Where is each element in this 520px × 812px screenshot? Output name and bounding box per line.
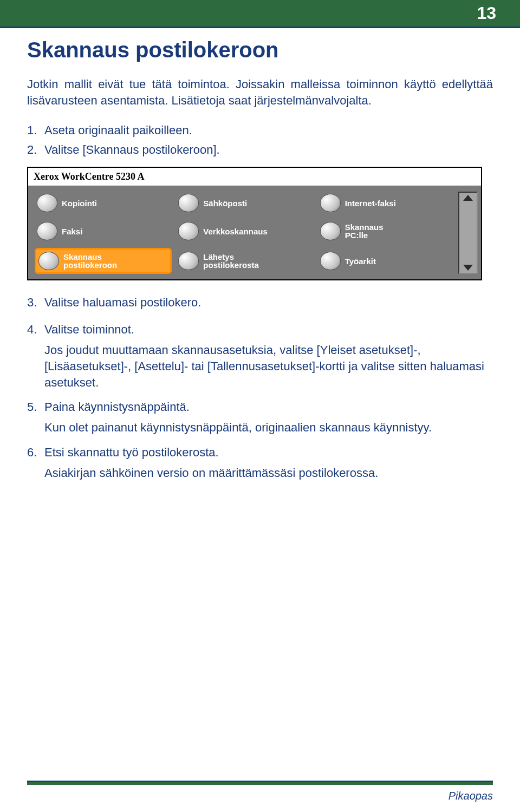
scrollbar[interactable] [458,192,478,274]
step-text: Paina käynnistysnäppäintä. [44,400,493,414]
service-label: Internet-faksi [345,199,396,208]
scroll-up-icon[interactable] [463,195,473,201]
service-kopiointi[interactable]: Kopiointi [35,192,172,214]
step-5: 5. Paina käynnistysnäppäintä. [27,400,493,414]
step-1: 1. Aseta originaalit paikoilleen. [27,123,493,137]
step-5-note: Kun olet painanut käynnistysnäppäintä, o… [44,420,493,436]
page-title: Skannaus postilokeroon [27,38,493,62]
step-text: Etsi skannattu työ postilokerosta. [44,446,493,460]
service-label: Skannauspostilokeroon [63,253,117,270]
service-label: Lähetyspostilokerosta [203,253,259,270]
step-text: Valitse haluamasi postilokero. [44,296,493,310]
service-skannaus-pclle[interactable]: SkannausPC:lle [318,220,455,243]
step-4: 4. Valitse toiminnot. [27,323,493,337]
copy-icon [37,194,57,212]
window-title: Xerox WorkCentre 5230 A [28,168,481,186]
step-text: Aseta originaalit paikoilleen. [44,123,493,137]
page-content: Skannaus postilokeroon Jotkin mallit eiv… [0,28,520,481]
service-faksi[interactable]: Faksi [35,220,172,243]
step-number: 4. [27,323,44,337]
email-icon [178,194,199,212]
step-6: 6. Etsi skannattu työ postilokerosta. [27,446,493,460]
service-label: Työarkit [345,257,376,266]
internet-fax-icon [320,194,341,212]
service-label: Verkkoskannaus [203,227,267,236]
step-3: 3. Valitse haluamasi postilokero. [27,296,493,310]
footer-label: Pikaopas [448,790,493,802]
service-label: Faksi [62,227,82,236]
service-skannaus-postilokeroon[interactable]: Skannauspostilokeroon [35,248,172,274]
step-text: Valitse toiminnot. [44,323,493,337]
service-label: SkannausPC:lle [345,223,384,240]
service-tyoarkit[interactable]: Työarkit [318,248,455,274]
scan-pc-icon [320,222,341,240]
service-label: Sähköposti [203,199,247,208]
step-4-note: Jos joudut muuttamaan skannausasetuksia,… [44,342,493,390]
service-grid-panel: Kopiointi Sähköposti Internet-faksi Faks… [28,186,481,279]
jobsheets-icon [320,252,341,270]
service-grid: Kopiointi Sähköposti Internet-faksi Faks… [35,192,458,274]
fax-icon [37,222,57,240]
step-2: 2. Valitse [Skannaus postilokeroon]. [27,143,493,157]
page-number: 13 [477,3,496,23]
intro-paragraph: Jotkin mallit eivät tue tätä toimintoa. … [27,76,493,108]
service-lahetys-postilokerosta[interactable]: Lähetyspostilokerosta [176,248,313,274]
device-screenshot: Xerox WorkCentre 5230 A Kopiointi Sähköp… [27,167,482,280]
service-verkkoskannaus[interactable]: Verkkoskannaus [176,220,313,243]
step-text: Valitse [Skannaus postilokeroon]. [44,143,493,157]
network-scan-icon [178,222,199,240]
step-number: 1. [27,123,44,137]
scroll-down-icon[interactable] [463,265,473,271]
service-sahkoposti[interactable]: Sähköposti [176,192,313,214]
step-6-note: Asiakirjan sähköinen versio on määrittäm… [44,465,493,481]
header-bar: 13 [0,0,520,28]
service-label: Kopiointi [62,199,97,208]
footer-rule [27,781,493,785]
step-number: 3. [27,296,44,310]
step-number: 5. [27,400,44,414]
step-number: 6. [27,446,44,460]
scan-mailbox-icon [38,252,59,270]
step-number: 2. [27,143,44,157]
send-mailbox-icon [178,252,199,270]
service-internet-faksi[interactable]: Internet-faksi [318,192,455,214]
